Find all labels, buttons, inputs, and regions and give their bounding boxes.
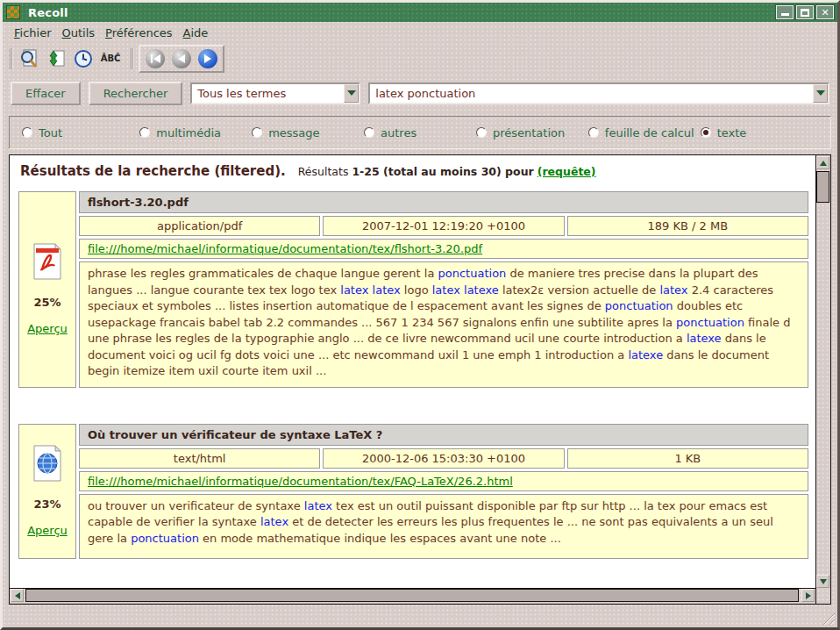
filter-option-feuille-de-calcul[interactable]: feuille de calcul — [588, 126, 701, 140]
search-mode-value: Tous les termes — [192, 87, 344, 100]
scroll-left-icon[interactable] — [11, 589, 24, 602]
search-bar: Effacer Rechercher Tous les termes — [3, 76, 837, 110]
preview-link[interactable]: Aperçu — [27, 322, 68, 335]
result-1-details: flshort-3.20.pdf application/pdf 2007-12… — [79, 191, 808, 388]
maximize-icon — [801, 9, 809, 17]
pdf-file-icon[interactable] — [32, 243, 63, 283]
radio-icon[interactable] — [701, 127, 711, 138]
results-title: Résultats de la recherche (filtered). — [20, 163, 286, 179]
search-input[interactable] — [370, 84, 813, 103]
category-filter-group: Tout multimédia message autres présentat… — [9, 116, 831, 149]
result-snippet: phrase les regles grammaticales de chaqu… — [79, 261, 808, 388]
toolbar: ÂBĈ — [3, 44, 837, 73]
result-2-side-panel: 23% Aperçu — [18, 424, 76, 559]
vertical-scrollbar-thumb[interactable] — [816, 171, 829, 203]
result-item-2: 23% Aperçu Où trouver un vérificateur de… — [18, 424, 808, 559]
resize-grip-icon[interactable] — [821, 611, 835, 625]
previous-page-icon[interactable] — [170, 47, 193, 70]
results-list: 25% Aperçu flshort-3.20.pdf application/… — [10, 191, 815, 559]
result-url-link[interactable]: file:///home/michael/informatique/docume… — [88, 242, 482, 255]
filter-option-autres[interactable]: autres — [364, 126, 476, 140]
filter-option-texte[interactable]: texte — [701, 126, 818, 140]
filter-option-tout[interactable]: Tout — [22, 126, 139, 140]
result-snippet: ou trouver un verificateur de syntaxe la… — [79, 494, 808, 559]
radio-icon[interactable] — [476, 127, 487, 138]
horizontal-scrollbar[interactable] — [10, 589, 816, 604]
vertical-scrollbar[interactable] — [816, 155, 830, 589]
clear-button[interactable]: Effacer — [11, 82, 81, 105]
radio-icon[interactable] — [22, 127, 32, 138]
result-2-details: Où trouver un vérificateur de syntaxe La… — [79, 424, 808, 559]
results-heading: Résultats de la recherche (filtered).Rés… — [10, 155, 815, 181]
result-title: flshort-3.20.pdf — [79, 191, 808, 213]
result-date: 2007-12-01 12:19:20 +0100 — [323, 216, 564, 236]
query-combo[interactable] — [368, 82, 829, 104]
result-item-1: 25% Aperçu flshort-3.20.pdf application/… — [18, 191, 808, 388]
scroll-right-icon[interactable] — [801, 589, 815, 602]
menu-outils[interactable]: Outils — [57, 25, 101, 41]
next-page-icon[interactable] — [196, 47, 219, 70]
search-button[interactable]: Rechercher — [89, 82, 183, 105]
scroll-up-icon[interactable] — [816, 156, 829, 169]
sort-parameters-icon[interactable] — [45, 47, 68, 70]
result-date: 2000-12-06 15:03:30 +0100 — [323, 448, 564, 469]
filter-option-multimedia[interactable]: multimédia — [139, 126, 252, 140]
minimize-button[interactable] — [776, 5, 794, 19]
results-count-prefix: Résultats — [298, 165, 349, 178]
menubar: Fichier Outils Préférences Aide — [3, 22, 837, 44]
scroll-down-icon[interactable] — [816, 575, 829, 588]
minimize-icon — [781, 9, 789, 16]
horizontal-scrollbar-thumb[interactable] — [25, 589, 799, 602]
results-area: Résultats de la recherche (filtered).Rés… — [9, 154, 831, 605]
menu-aide[interactable]: Aide — [178, 25, 214, 41]
results-list-pane: Résultats de la recherche (filtered).Rés… — [10, 155, 816, 589]
chevron-down-icon[interactable] — [344, 84, 359, 103]
query-history-dropdown-icon[interactable] — [813, 84, 828, 103]
preview-link[interactable]: Aperçu — [27, 524, 68, 537]
titlebar[interactable]: Recoll ✕ — [3, 3, 837, 22]
html-file-icon[interactable] — [32, 445, 63, 484]
close-button[interactable]: ✕ — [816, 5, 834, 19]
scrollbar-corner — [816, 589, 830, 604]
result-mime-type: application/pdf — [79, 216, 320, 236]
maximize-button[interactable] — [796, 5, 814, 19]
menu-fichier[interactable]: Fichier — [9, 25, 57, 41]
filter-option-presentation[interactable]: présentation — [476, 126, 588, 140]
results-count: 1-25 (total au moins 30) pour — [352, 165, 533, 178]
recoll-app-icon — [6, 5, 20, 19]
document-history-icon[interactable] — [72, 47, 95, 70]
radio-icon[interactable] — [588, 127, 599, 138]
result-title: Où trouver un vérificateur de syntaxe La… — [79, 424, 808, 446]
filter-option-message[interactable]: message — [252, 126, 364, 140]
toolbar-handle-2[interactable] — [131, 48, 134, 69]
radio-icon[interactable] — [139, 127, 150, 138]
result-1-side-panel: 25% Aperçu — [18, 191, 76, 388]
radio-icon[interactable] — [252, 127, 262, 138]
window-title: Recoll — [28, 6, 68, 19]
radio-icon[interactable] — [364, 127, 374, 138]
relevance-percent: 25% — [33, 296, 61, 309]
first-page-icon[interactable] — [144, 47, 167, 70]
recoll-window: Recoll ✕ Fichier Outils Préférences Aide — [0, 0, 840, 630]
term-explorer-icon[interactable]: ÂBĈ — [99, 47, 122, 70]
advanced-search-icon[interactable] — [18, 47, 40, 70]
result-size: 1 KB — [567, 448, 808, 469]
search-mode-select[interactable]: Tous les termes — [190, 82, 360, 104]
result-url-link[interactable]: file:///home/michael/informatique/docume… — [88, 475, 513, 488]
close-icon: ✕ — [821, 8, 829, 18]
result-mime-type: text/html — [79, 448, 320, 469]
relevance-percent: 23% — [33, 498, 61, 511]
toolbar-handle[interactable] — [10, 48, 13, 69]
query-details-link[interactable]: (requête) — [537, 165, 596, 178]
status-bar — [3, 605, 837, 627]
menu-preferences[interactable]: Préférences — [100, 25, 177, 41]
result-size: 189 KB / 2 MB — [567, 216, 808, 236]
